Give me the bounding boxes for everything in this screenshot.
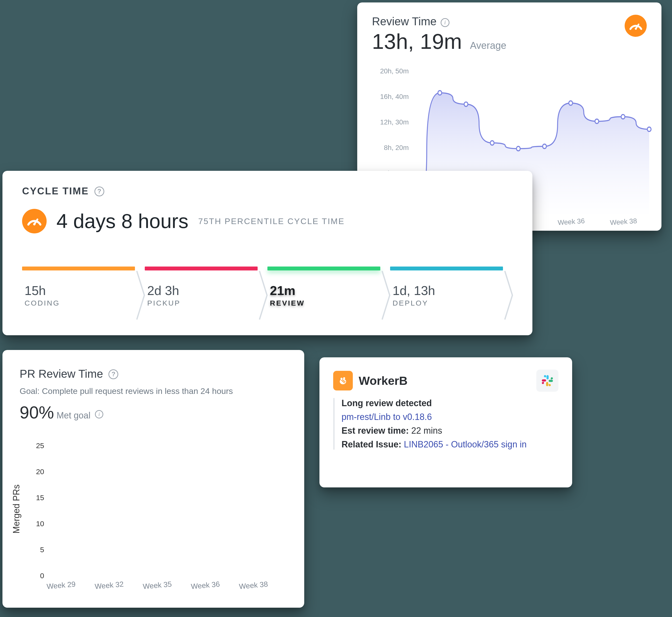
y-tick: 12h, 30m: [375, 118, 409, 126]
pr-review-card: PR Review Time ? Goal: Complete pull req…: [2, 350, 304, 608]
workerb-body: Long review detected pm-rest/Linb to v0.…: [333, 398, 558, 450]
cycle-stage-review[interactable]: 21m REVIEW: [267, 266, 390, 321]
info-icon[interactable]: i: [441, 18, 449, 27]
stage-bar: [267, 266, 380, 270]
svg-point-6: [516, 147, 520, 151]
cycle-stage-coding[interactable]: 15h CODING: [22, 266, 145, 321]
y-tick: 0: [32, 572, 44, 580]
svg-point-8: [569, 101, 573, 105]
cycle-summary-row: 4 days 8 hours 75TH PERCENTILE CYCLE TIM…: [22, 209, 513, 233]
cycle-stage-pickup[interactable]: 2d 3h PICKUP: [145, 266, 267, 321]
svg-point-18: [343, 377, 345, 379]
svg-point-17: [341, 378, 343, 380]
workerb-issue-row: Related Issue: LINB2065 - Outlook/365 si…: [342, 439, 558, 450]
svg-rect-23: [546, 382, 548, 386]
stage-value: 15h: [24, 283, 142, 298]
pr-pct-row: 90% Met goal i: [20, 403, 287, 422]
cycle-time-title: CYCLE TIME: [22, 186, 89, 196]
workerb-issue-link[interactable]: LINB2065 - Outlook/365 sign in: [404, 439, 526, 449]
stage-value: 2d 3h: [147, 283, 265, 298]
cycle-title-row: CYCLE TIME ?: [22, 186, 513, 197]
stage-label: CODING: [24, 299, 142, 307]
cycle-stages: 15h CODING 2d 3h PICKUP 21m REVIEW 1d, 1…: [22, 266, 513, 321]
svg-rect-22: [548, 380, 553, 382]
svg-point-10: [621, 115, 625, 119]
pr-pct-value: 90%: [20, 403, 54, 422]
workerb-header: WorkerB: [333, 370, 558, 392]
workerb-est-label: Est review time:: [342, 426, 409, 436]
stage-label: REVIEW: [270, 299, 388, 307]
workerb-est-value: 22 mins: [411, 426, 442, 436]
gauge-icon: [625, 15, 647, 37]
workerb-issue-label: Related Issue:: [342, 439, 401, 449]
stage-label: PICKUP: [147, 299, 265, 307]
svg-point-5: [490, 141, 494, 145]
info-icon[interactable]: i: [95, 410, 103, 418]
y-tick: 10: [32, 520, 44, 528]
svg-point-13: [33, 223, 36, 226]
pr-goal-text: Goal: Complete pull request reviews in l…: [20, 386, 287, 396]
help-icon[interactable]: ?: [108, 369, 118, 379]
x-tick: Week 32: [94, 580, 124, 591]
svg-point-4: [464, 102, 468, 107]
pr-met-label: Met goal: [57, 410, 90, 420]
stage-value: 1d, 13h: [393, 283, 510, 298]
workerb-pr-link[interactable]: pm-rest/Linb to v0.18.6: [342, 412, 558, 422]
x-tick: Week 38: [610, 217, 637, 227]
help-icon[interactable]: ?: [94, 187, 104, 196]
pr-review-title: PR Review Time: [20, 367, 103, 380]
cycle-stage-deploy[interactable]: 1d, 13h DEPLOY: [390, 266, 513, 321]
x-tick: Week 29: [46, 580, 76, 591]
stage-label: DEPLOY: [393, 299, 510, 307]
review-time-title-row: Review Time i: [372, 15, 647, 28]
svg-point-9: [595, 119, 599, 124]
pr-bar-chart: 0510152025 Week 29Week 32Week 35Week 36W…: [47, 446, 289, 576]
review-time-title: Review Time: [372, 15, 436, 28]
workerb-card: WorkerB Long review detected pm-rest/Lin…: [319, 357, 572, 487]
workerb-icon: [333, 371, 353, 391]
cycle-time-subtitle: 75TH PERCENTILE CYCLE TIME: [198, 216, 345, 226]
cycle-time-card: CYCLE TIME ? 4 days 8 hours 75TH PERCENT…: [2, 171, 532, 335]
x-tick: Week 35: [143, 580, 172, 591]
y-tick: 25: [32, 441, 44, 450]
x-tick: Week 38: [239, 580, 268, 591]
pr-title-row: PR Review Time ?: [20, 367, 287, 380]
stage-value: 21m: [270, 283, 388, 298]
chevron-right-icon: [503, 270, 515, 321]
y-tick: 16h, 40m: [375, 93, 409, 100]
x-tick: Week 36: [191, 580, 220, 591]
svg-point-11: [647, 127, 651, 132]
gauge-icon: [22, 209, 47, 233]
y-tick: 20h, 50m: [375, 67, 409, 75]
workerb-title: WorkerB: [359, 374, 408, 388]
svg-point-7: [543, 144, 546, 149]
y-tick: 15: [32, 493, 44, 502]
svg-rect-19: [546, 375, 549, 379]
pr-y-axis-label: Merged PRs: [11, 484, 22, 534]
workerb-alert-title: Long review detected: [342, 398, 558, 408]
slack-icon[interactable]: [536, 370, 558, 392]
svg-point-3: [438, 90, 442, 95]
stage-bar: [145, 266, 258, 270]
review-time-value: 13h, 19m Average: [372, 29, 647, 54]
x-tick: Week 36: [557, 217, 585, 227]
svg-point-1: [635, 27, 637, 30]
svg-rect-24: [542, 379, 546, 382]
stage-bar: [22, 266, 135, 270]
stage-bar: [390, 266, 503, 270]
y-tick: 5: [32, 546, 44, 554]
y-tick: 20: [32, 467, 44, 476]
y-tick: 8h, 20m: [375, 144, 409, 152]
review-time-avg-label: Average: [470, 40, 506, 51]
review-time-number: 13h, 19m: [372, 29, 462, 53]
workerb-est-row: Est review time: 22 mins: [342, 426, 558, 436]
cycle-time-value: 4 days 8 hours: [56, 210, 188, 233]
